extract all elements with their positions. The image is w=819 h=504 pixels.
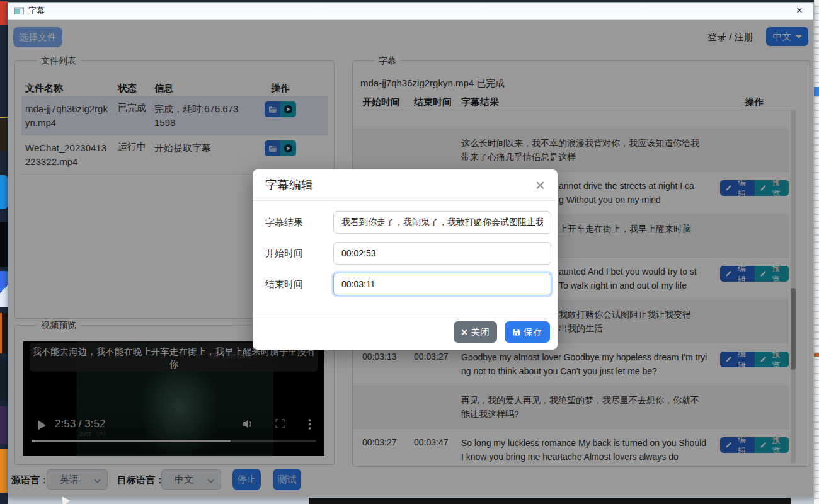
save-icon [512,328,520,336]
save-button-label: 保存 [524,326,542,338]
background-window-strip [814,0,819,504]
field-input[interactable] [333,242,551,265]
field-label: 结束时间 [265,278,333,290]
field-input[interactable] [333,211,551,234]
modal-save-button[interactable]: 保存 [505,321,550,343]
app-icon [14,7,24,14]
close-x-icon: × [461,327,467,338]
field-label: 字幕结果 [265,217,333,229]
modal-field-row: 开始时间 [265,242,551,265]
modal-field-row: 结束时间 [265,273,551,295]
field-label: 开始时间 [265,248,333,260]
modal-footer: × 关闭 保存 [253,314,558,350]
modal-title: 字幕编辑 [265,177,313,193]
modal-field-row: 字幕结果 [265,211,551,234]
app-window: 字幕 × 选择文件 登录 / 注册 中文 文件列表 文件名称 状态 信息 操作 … [8,2,814,498]
subtitle-edit-modal: 字幕编辑 × 字幕结果开始时间结束时间 × 关闭 保存 [253,169,558,350]
close-button-label: 关闭 [471,326,490,338]
field-input[interactable] [333,273,551,295]
title-bar: 字幕 × [8,3,813,20]
desktop-icons-strip [0,0,8,504]
modal-close-button[interactable]: × 关闭 [454,321,497,343]
desktop-bottom-strip [8,498,814,504]
window-title: 字幕 [28,5,45,16]
modal-header: 字幕编辑 × [253,169,558,201]
modal-close-icon[interactable]: × [536,179,545,192]
window-client-area: 选择文件 登录 / 注册 中文 文件列表 文件名称 状态 信息 操作 mda-j… [8,20,813,497]
modal-body: 字幕结果开始时间结束时间 [253,201,558,295]
window-close-icon[interactable]: × [791,3,808,19]
